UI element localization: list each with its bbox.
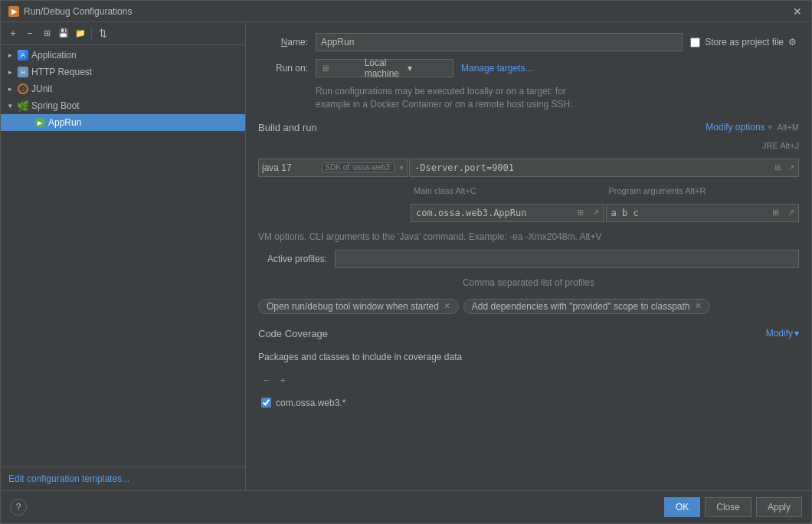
java-sdk-dropdown[interactable]: java 17 SDK of 'ossa-web3' ▾ [258, 159, 408, 177]
edit-templates-link[interactable]: Edit configuration templates... [1, 467, 245, 490]
java-version: java 17 [262, 162, 319, 173]
run-on-value: Local machine [365, 57, 405, 79]
coverage-minus-btn[interactable]: − [258, 373, 273, 388]
expand-vm-icon2[interactable]: ↗ [784, 159, 798, 176]
vm-options-input[interactable] [410, 161, 771, 175]
tree-item-junit[interactable]: J JUnit [1, 80, 245, 97]
coverage-item-label: com.ossa.web3.* [276, 398, 345, 408]
tree-label-spring: Spring Boot [31, 100, 241, 111]
tag-close-open[interactable]: ✕ [444, 301, 450, 311]
profiles-row: Active profiles: [258, 250, 799, 268]
name-row: Name: Store as project file ⚙ [258, 33, 799, 51]
tree-arrow-http [5, 67, 15, 77]
program-args-expand[interactable]: ↗ [783, 205, 798, 221]
modify-options-label: Modify options [706, 122, 765, 133]
tree-label-application: Application [31, 50, 241, 61]
run-debug-dialog: ▶ Run/Debug Configurations ✕ + − ⊞ 💾 📁 ⇅ [0, 0, 812, 524]
main-class-icon[interactable]: ⊞ [573, 205, 588, 221]
toolbar-separator [91, 28, 92, 40]
coverage-modify-arrow: ▾ [794, 328, 799, 339]
run-icon: ▶ [34, 117, 45, 128]
main-class-label: Main class Alt+C [411, 186, 604, 195]
app-icon: ▶ [8, 6, 19, 17]
manage-targets-link[interactable]: Manage targets... [461, 63, 532, 74]
close-icon[interactable]: ✕ [791, 5, 804, 18]
coverage-checkbox[interactable] [261, 398, 271, 408]
tree-label-apprun: AppRun [48, 117, 241, 128]
profiles-hint: Comma separated list of profiles [258, 277, 799, 288]
bottom-bar: ? OK Close Apply [1, 490, 811, 523]
build-run-header: Build and run Modify options ▾ Alt+M [258, 122, 799, 133]
tree-arrow-junit [5, 84, 15, 93]
coverage-toolbar: − + [258, 373, 799, 388]
tags-row: Open run/debug tool window when started … [258, 299, 799, 314]
tree-arrow-spring [5, 101, 15, 110]
jre-label: JRE Alt+J [762, 141, 799, 150]
title-bar-left: ▶ Run/Debug Configurations [8, 6, 132, 17]
build-run-title: Build and run [258, 122, 317, 133]
remove-button[interactable]: − [22, 26, 38, 41]
tag-add-deps: Add dependencies with "provided" scope t… [463, 299, 710, 314]
left-panel: + − ⊞ 💾 📁 ⇅ A Application [1, 22, 246, 490]
coverage-title: Code Coverage [258, 328, 328, 339]
tree-item-application[interactable]: A Application [1, 47, 245, 64]
dropdown-arrow-icon: ▾ [408, 63, 448, 74]
tree-item-http-request[interactable]: H HTTP Request [1, 64, 245, 80]
modify-shortcut: Alt+M [778, 123, 799, 132]
tree-item-apprun[interactable]: ▶ AppRun [1, 114, 245, 131]
store-checkbox[interactable] [690, 38, 700, 47]
info-text: Run configurations may be executed local… [316, 85, 799, 111]
sort-button[interactable]: ⇅ [95, 26, 110, 41]
run-on-label: Run on: [258, 63, 308, 74]
toolbar: + − ⊞ 💾 📁 ⇅ [1, 22, 245, 45]
program-args-field: ⊞ ↗ [606, 204, 800, 222]
dialog-title: Run/Debug Configurations [24, 6, 132, 17]
coverage-modify-link[interactable]: Modify ▾ [766, 328, 799, 339]
vm-options-field: ⊞ ↗ [409, 159, 799, 177]
tag-add-deps-label: Add dependencies with "provided" scope t… [472, 301, 690, 312]
folder-button[interactable]: 📁 [73, 26, 88, 41]
sdk-dropdown-arrow: ▾ [400, 164, 404, 172]
ok-button[interactable]: OK [664, 497, 700, 517]
application-icon: A [18, 50, 28, 61]
modify-options-link[interactable]: Modify options ▾ Alt+M [706, 122, 799, 133]
field-labels-row: Main class Alt+C Program arguments Alt+R [258, 186, 799, 195]
main-class-input[interactable] [411, 206, 573, 220]
sdk-badge: SDK of 'ossa-web3' [322, 162, 395, 172]
tree-arrow-application [5, 51, 15, 60]
build-row-1: java 17 SDK of 'ossa-web3' ▾ ⊞ ↗ [258, 159, 799, 177]
run-on-row: Run on: 🖥 Local machine ▾ Manage targets… [258, 59, 799, 77]
tree-label-http: HTTP Request [31, 67, 241, 77]
coverage-item: com.ossa.web3.* [258, 396, 799, 410]
coverage-header: Code Coverage Modify ▾ [258, 328, 799, 339]
title-bar: ▶ Run/Debug Configurations ✕ [1, 1, 811, 22]
copy-button[interactable]: ⊞ [39, 26, 54, 41]
store-label: Store as project file [705, 37, 784, 47]
config-tree: A Application H HTTP Request J [1, 45, 245, 467]
build-row-2: ⊞ ↗ ⊞ ↗ [258, 204, 799, 222]
packages-label: Packages and classes to include in cover… [258, 352, 799, 362]
profiles-label: Active profiles: [258, 254, 327, 264]
tag-open-label: Open run/debug tool window when started [267, 301, 439, 312]
program-args-icon[interactable]: ⊞ [768, 205, 783, 221]
coverage-add-btn[interactable]: + [275, 373, 290, 388]
expand-vm-icon[interactable]: ⊞ [771, 159, 784, 176]
add-button[interactable]: + [5, 26, 21, 41]
main-class-expand[interactable]: ↗ [588, 205, 604, 221]
run-on-dropdown[interactable]: 🖥 Local machine ▾ [316, 59, 453, 77]
gear-icon[interactable]: ⚙ [788, 37, 799, 47]
name-label: Name: [258, 37, 308, 47]
profiles-input[interactable] [335, 250, 799, 268]
tree-item-spring-boot[interactable]: 🌿 Spring Boot [1, 97, 245, 114]
store-checkbox-area: Store as project file ⚙ [690, 37, 799, 47]
program-args-input[interactable] [607, 206, 768, 220]
close-button[interactable]: Close [705, 497, 751, 517]
http-icon: H [18, 67, 28, 77]
main-class-field: ⊞ ↗ [411, 204, 604, 222]
apply-button[interactable]: Apply [756, 497, 802, 517]
help-button[interactable]: ? [10, 499, 27, 516]
tag-open-tool-window: Open run/debug tool window when started … [258, 299, 459, 314]
tag-close-deps[interactable]: ✕ [695, 301, 702, 311]
name-input[interactable] [316, 33, 683, 51]
save-button[interactable]: 💾 [56, 26, 71, 41]
